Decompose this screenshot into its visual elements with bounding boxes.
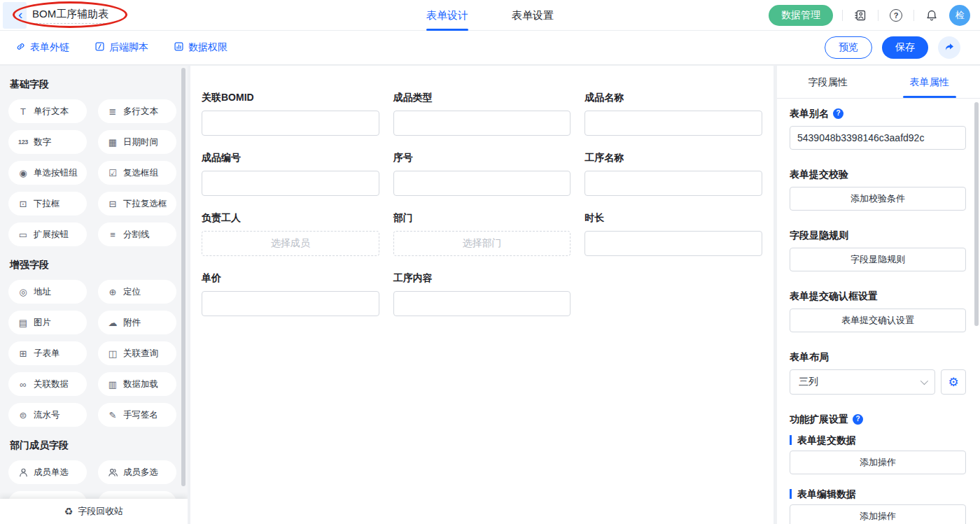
tab-form-properties[interactable]: 表单属性 — [878, 66, 980, 98]
single-line-text-icon: T — [18, 106, 29, 117]
form-field-worker[interactable]: 负责工人 选择成员 — [202, 212, 379, 256]
text-input[interactable] — [584, 111, 762, 136]
field-item-extend-button[interactable]: ▭ 扩展按钮 — [8, 222, 87, 246]
content-area: 基础字段 T 单行文本 ≣ 多行文本 123 数字 ▦ 日期时间 — [0, 66, 980, 524]
field-item-multi-dropdown[interactable]: ⊟ 下拉复选框 — [98, 192, 176, 215]
layout-settings-button[interactable]: ⚙ — [941, 369, 966, 395]
text-input[interactable] — [202, 111, 379, 136]
field-item-signature[interactable]: ✎ 手写签名 — [98, 403, 176, 427]
data-permission-action[interactable]: 数据权限 — [174, 41, 227, 54]
gear-icon: ⚙ — [948, 375, 958, 390]
submit-confirm-label: 表单提交确认框设置 — [790, 289, 966, 303]
submit-confirm-button[interactable]: 表单提交确认设置 — [790, 309, 966, 332]
department-picker[interactable]: 选择部门 — [393, 231, 571, 256]
visibility-rules-button[interactable]: 字段显隐规则 — [790, 248, 966, 271]
share-button[interactable] — [938, 36, 960, 59]
backend-script-action[interactable]: 后端脚本 — [94, 41, 148, 54]
field-item-checkbox-group[interactable]: ☑ 复选框组 — [98, 161, 176, 185]
field-item-member-multi[interactable]: 成员多选 — [98, 460, 176, 484]
text-input[interactable] — [202, 171, 379, 196]
field-item-attachment[interactable]: ☁ 附件 — [98, 311, 176, 334]
image-icon: ▤ — [18, 318, 29, 328]
layout-section: 表单布局 三列 ⚙ — [790, 350, 966, 395]
text-input[interactable] — [584, 171, 762, 196]
basic-fields-grid: T 单行文本 ≣ 多行文本 123 数字 ▦ 日期时间 ◉ 单选按钮组 — [8, 99, 188, 246]
form-field-product-type[interactable]: 成品类型 — [393, 92, 571, 136]
field-item-label: 数字 — [34, 136, 51, 148]
number-icon: 123 — [18, 139, 29, 146]
contacts-icon[interactable] — [852, 7, 869, 24]
multi-line-text-icon: ≣ — [107, 106, 118, 117]
form-field-sequence[interactable]: 序号 — [393, 152, 571, 196]
field-item-number[interactable]: 123 数字 — [8, 130, 87, 154]
field-item-member-single[interactable]: 成员单选 — [8, 460, 87, 484]
text-input[interactable] — [584, 231, 762, 256]
form-layout-label: 表单布局 — [790, 350, 966, 364]
visibility-rules-section: 字段显隐规则 字段显隐规则 — [790, 228, 966, 271]
sidebar-scrollbar[interactable] — [181, 68, 186, 486]
multi-dropdown-icon: ⊟ — [107, 199, 118, 209]
form-field-product-code[interactable]: 成品编号 — [202, 152, 379, 196]
field-item-datetime[interactable]: ▦ 日期时间 — [98, 130, 176, 154]
form-field-process-content[interactable]: 工序内容 — [393, 272, 571, 316]
recycle-icon: ♻ — [64, 506, 74, 517]
field-item-data-load[interactable]: ▥ 数据加载 — [98, 372, 176, 396]
field-item-address[interactable]: ◎ 地址 — [8, 280, 87, 304]
help-icon[interactable]: ? — [888, 7, 904, 24]
field-item-radio-group[interactable]: ◉ 单选按钮组 — [8, 161, 87, 185]
field-item-label: 流水号 — [34, 409, 60, 421]
field-item-label: 附件 — [123, 317, 141, 329]
pen-icon: ✎ — [107, 410, 118, 420]
preview-button[interactable]: 预览 — [825, 36, 872, 59]
add-check-condition-button[interactable]: 添加校验条件 — [790, 187, 966, 211]
field-item-location[interactable]: ⊕ 定位 — [98, 280, 176, 304]
field-item-label: 图片 — [34, 317, 51, 329]
data-manage-button[interactable]: 数据管理 — [769, 5, 833, 26]
edit-data-add-action-button[interactable]: 添加操作 — [790, 504, 966, 524]
field-item-subform[interactable]: ⊞ 子表单 — [8, 341, 87, 365]
alias-help-icon[interactable]: ? — [833, 108, 844, 119]
form-field-unit-price[interactable]: 单价 — [202, 272, 379, 316]
field-item-image[interactable]: ▤ 图片 — [8, 311, 87, 334]
toolbar-actions: 预览 保存 — [825, 36, 980, 59]
extension-help-icon[interactable]: ? — [853, 414, 863, 425]
panel-scrollbar[interactable] — [974, 102, 979, 326]
field-item-linked-data[interactable]: ∞ 关联数据 — [8, 372, 87, 396]
toolbar-links: 表单外链 后端脚本 数据权限 — [0, 41, 227, 54]
field-item-serial-number[interactable]: ⊜ 流水号 — [8, 403, 87, 427]
form-field-department[interactable]: 部门 选择部门 — [393, 212, 571, 256]
submit-data-add-action-button[interactable]: 添加操作 — [790, 451, 966, 474]
form-alias-input[interactable]: 5439048b3398146c3aafd92c — [790, 126, 966, 150]
tab-form-settings[interactable]: 表单设置 — [512, 0, 554, 31]
form-toolbar: 表单外链 后端脚本 数据权限 — [0, 31, 980, 65]
field-item-dropdown[interactable]: ⊡ 下拉框 — [8, 192, 87, 215]
tab-field-properties[interactable]: 字段属性 — [777, 66, 878, 98]
text-input[interactable] — [393, 111, 571, 136]
text-input[interactable] — [393, 171, 571, 196]
field-item-label: 扩展按钮 — [34, 229, 69, 241]
field-item-divider[interactable]: ≡ 分割线 — [98, 222, 176, 246]
form-field-product-name[interactable]: 成品名称 — [584, 92, 762, 136]
form-field-bomid[interactable]: 关联BOMID — [202, 92, 379, 136]
field-item-single-line-text[interactable]: T 单行文本 — [8, 99, 87, 123]
field-label: 成品类型 — [393, 92, 571, 104]
save-button[interactable]: 保存 — [882, 36, 928, 59]
form-field-duration[interactable]: 时长 — [584, 212, 762, 256]
user-avatar[interactable]: 检 — [949, 5, 970, 26]
field-item-label: 关联查询 — [123, 348, 158, 360]
external-link-action[interactable]: 表单外链 — [15, 41, 69, 54]
notification-bell-icon[interactable] — [923, 7, 940, 24]
form-designer-app: ‹ BOM工序辅助表 表单设计 表单设置 数据管理 ? — [0, 0, 980, 524]
field-item-linked-query[interactable]: ◫ 关联查询 — [98, 341, 176, 365]
field-recycle-bin[interactable]: ♻ 字段回收站 — [0, 499, 188, 524]
linked-query-icon: ◫ — [107, 348, 118, 359]
field-item-multi-line-text[interactable]: ≣ 多行文本 — [98, 99, 176, 123]
tab-form-design[interactable]: 表单设计 — [426, 0, 468, 31]
text-input[interactable] — [202, 291, 379, 316]
member-picker[interactable]: 选择成员 — [202, 231, 379, 256]
layout-select[interactable]: 三列 — [790, 369, 935, 395]
field-label: 时长 — [584, 212, 762, 225]
form-fields-grid: 关联BOMID 成品类型 成品名称 成品编号 序号 — [202, 92, 762, 316]
form-field-process-name[interactable]: 工序名称 — [584, 152, 762, 196]
text-input[interactable] — [393, 291, 571, 316]
